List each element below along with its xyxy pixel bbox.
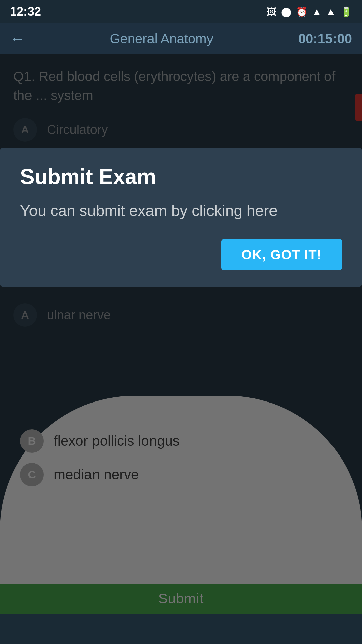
signal-icon: ▲ — [312, 6, 322, 17]
ok-got-it-button[interactable]: OK, GOT IT! — [221, 239, 342, 270]
exam-timer: 00:15:00 — [298, 31, 352, 46]
main-content: Q1. Red blood cells (erythrocytes) are a… — [0, 54, 362, 614]
nav-bar: ← General Anatomy 00:15:00 — [0, 23, 362, 54]
alarm-icon: ⏰ — [296, 6, 308, 17]
submit-exam-dialog: Submit Exam You can submit exam by click… — [0, 148, 362, 287]
dialog-actions: OK, GOT IT! — [20, 239, 342, 270]
back-button[interactable]: ← — [10, 30, 25, 47]
dialog-body: You can submit exam by clicking here — [20, 199, 342, 222]
dialog-overlay: Submit Exam You can submit exam by click… — [0, 54, 362, 614]
status-bar: 12:32 🖼 ⬤ ⏰ ▲ ▲ 🔋 — [0, 0, 362, 23]
battery-icon: 🔋 — [340, 6, 352, 17]
status-time: 12:32 — [10, 5, 41, 19]
nav-title: General Anatomy — [110, 31, 213, 46]
signal2-icon: ▲ — [326, 6, 336, 17]
dialog-title: Submit Exam — [20, 164, 342, 189]
image-icon: 🖼 — [267, 6, 276, 17]
status-icons: 🖼 ⬤ ⏰ ▲ ▲ 🔋 — [267, 6, 352, 17]
circle-icon: ⬤ — [281, 6, 291, 17]
